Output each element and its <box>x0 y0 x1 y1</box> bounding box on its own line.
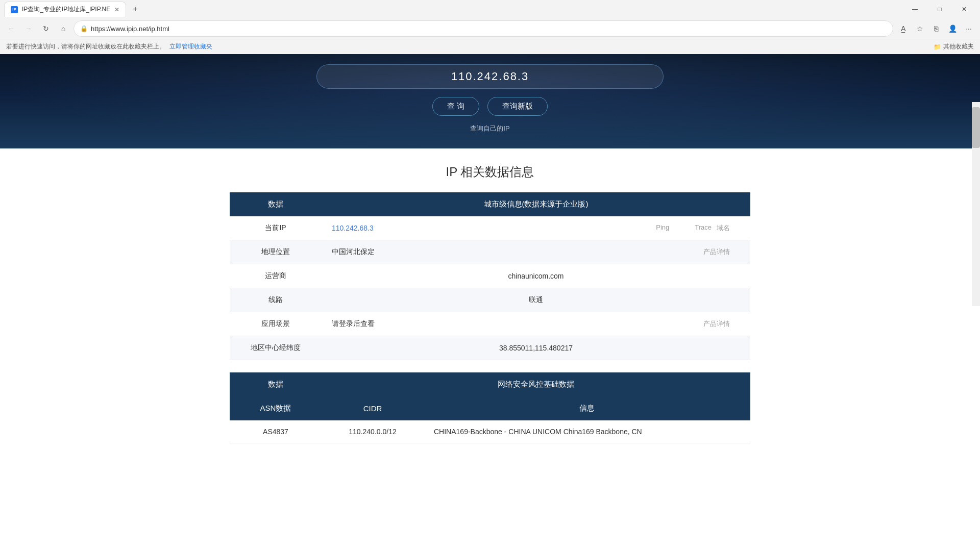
folder-icon: 📁 <box>934 43 941 51</box>
security-col-data: 数据 <box>230 372 322 396</box>
bookmarks-bar-right: 📁 其他收藏夹 <box>934 42 974 51</box>
asn-table: ASN数据 CIDR 信息 AS4837 110.240.0.0/12 CHIN… <box>230 396 750 443</box>
geo-product-detail[interactable]: 产品详情 <box>703 247 730 257</box>
current-ip-link[interactable]: 110.242.68.3 <box>332 224 374 232</box>
forward-button[interactable]: → <box>21 21 36 36</box>
col-header-info: 城市级信息(数据来源于企业版) <box>322 192 750 216</box>
value-cell: 110.242.68.3 Ping Trace 域名 <box>322 216 750 240</box>
info-value: CHINA169-Backbone - CHINA UNICOM China16… <box>424 420 750 443</box>
lock-icon: 🔒 <box>80 25 88 32</box>
label-cell: 地理位置 <box>230 240 322 264</box>
scene-product-detail[interactable]: 产品详情 <box>703 319 730 329</box>
value-cell: 联通 <box>322 288 750 312</box>
label-cell: 线路 <box>230 288 322 312</box>
browser-toolbar: ← → ↻ ⌂ 🔒 https://www.ipip.net/ip.html A… <box>0 18 980 39</box>
bookmarks-text: 若要进行快速访问，请将你的网址收藏放在此收藏夹栏上。 <box>6 42 165 51</box>
refresh-button[interactable]: ↻ <box>39 21 53 36</box>
hero-buttons: 查 询 查询新版 <box>432 97 548 116</box>
value-cell: chinaunicom.com <box>322 264 750 288</box>
scrollbar[interactable] <box>972 102 980 306</box>
hero-note: 查询自己的IP <box>470 124 509 133</box>
tab-close-icon[interactable]: ✕ <box>114 6 119 13</box>
value-cell: 请登录后查看 产品详情 <box>322 312 750 336</box>
browser-window: IP IP查询_专业的IP地址库_IPIP.NE ✕ + — □ ✕ ← → ↻… <box>0 0 980 54</box>
window-controls: — □ ✕ <box>903 1 976 17</box>
trace-action[interactable]: Trace <box>695 223 712 233</box>
table-row: 线路 联通 <box>230 288 750 312</box>
col-header-data: 数据 <box>230 192 322 216</box>
more-icon-btn[interactable]: ··· <box>962 21 976 36</box>
asn-row: AS4837 110.240.0.0/12 CHINA169-Backbone … <box>230 420 750 443</box>
cidr-value: 110.240.0.0/12 <box>322 420 424 443</box>
browser-toolbar-right: A̲ ☆ ⎘ 👤 ··· <box>896 21 976 36</box>
translate-icon-btn[interactable]: A̲ <box>896 21 911 36</box>
hero-section: 110.242.68.3 查 询 查询新版 查询自己的IP <box>0 54 980 148</box>
scrollbar-thumb[interactable] <box>972 107 980 148</box>
address-text: https://www.ipip.net/ip.html <box>91 25 169 33</box>
maximize-button[interactable]: □ <box>928 1 951 17</box>
asn-header: ASN数据 <box>230 396 322 420</box>
browser-tab-active[interactable]: IP IP查询_专业的IP地址库_IPIP.NE ✕ <box>4 2 126 17</box>
asn-value: AS4837 <box>230 420 322 443</box>
label-cell: 当前IP <box>230 216 322 240</box>
tab-label: IP查询_专业的IP地址库_IPIP.NE <box>22 5 110 14</box>
tab-favicon: IP <box>11 6 18 13</box>
favorites-icon-btn[interactable]: ☆ <box>913 21 927 36</box>
table-row: 运营商 chinaunicom.com <box>230 264 750 288</box>
section-title: IP 相关数据信息 <box>230 164 750 180</box>
main-data-table: 数据 城市级信息(数据来源于企业版) 当前IP 110.242.68.3 Pin… <box>230 192 750 360</box>
table-row: 应用场景 请登录后查看 产品详情 <box>230 312 750 336</box>
close-button[interactable]: ✕ <box>952 1 976 17</box>
browser-titlebar: IP IP查询_专业的IP地址库_IPIP.NE ✕ + — □ ✕ <box>0 0 980 18</box>
table-row: 地区中心经纬度 38.855011,115.480217 <box>230 336 750 360</box>
label-cell: 应用场景 <box>230 312 322 336</box>
other-bookmarks-label: 其他收藏夹 <box>943 42 974 51</box>
label-cell: 地区中心经纬度 <box>230 336 322 360</box>
query-new-button[interactable]: 查询新版 <box>487 97 548 116</box>
ping-action[interactable]: Ping <box>656 223 690 233</box>
minimize-button[interactable]: — <box>903 1 927 17</box>
value-cell: 38.855011,115.480217 <box>322 336 750 360</box>
label-cell: 运营商 <box>230 264 322 288</box>
address-bar[interactable]: 🔒 https://www.ipip.net/ip.html <box>74 20 893 37</box>
table-row: 当前IP 110.242.68.3 Ping Trace 域名 <box>230 216 750 240</box>
new-tab-button[interactable]: + <box>128 2 142 16</box>
collections-icon-btn[interactable]: ⎘ <box>929 21 943 36</box>
security-header-table: 数据 网络安全风控基础数据 <box>230 372 750 396</box>
cidr-header: CIDR <box>322 396 424 420</box>
page-content: 110.242.68.3 查 询 查询新版 查询自己的IP IP 相关数据信息 … <box>0 54 980 459</box>
domain-action[interactable]: 域名 <box>717 223 730 233</box>
bookmarks-bar: 若要进行快速访问，请将你的网址收藏放在此收藏夹栏上。 立即管理收藏夹 📁 其他收… <box>0 39 980 54</box>
query-button[interactable]: 查 询 <box>432 97 479 116</box>
manage-bookmarks-link[interactable]: 立即管理收藏夹 <box>169 42 212 51</box>
value-cell: 中国河北保定 产品详情 <box>322 240 750 264</box>
hero-ip-input[interactable]: 110.242.68.3 <box>316 64 664 89</box>
profile-icon-btn[interactable]: 👤 <box>945 21 960 36</box>
security-col-info: 网络安全风控基础数据 <box>322 372 750 396</box>
info-header: 信息 <box>424 396 750 420</box>
back-button[interactable]: ← <box>4 21 18 36</box>
table-row: 地理位置 中国河北保定 产品详情 <box>230 240 750 264</box>
hero-ip-value: 110.242.68.3 <box>451 70 529 83</box>
info-section: IP 相关数据信息 数据 城市级信息(数据来源于企业版) 当前IP 110.24… <box>219 148 761 459</box>
home-button[interactable]: ⌂ <box>56 21 70 36</box>
